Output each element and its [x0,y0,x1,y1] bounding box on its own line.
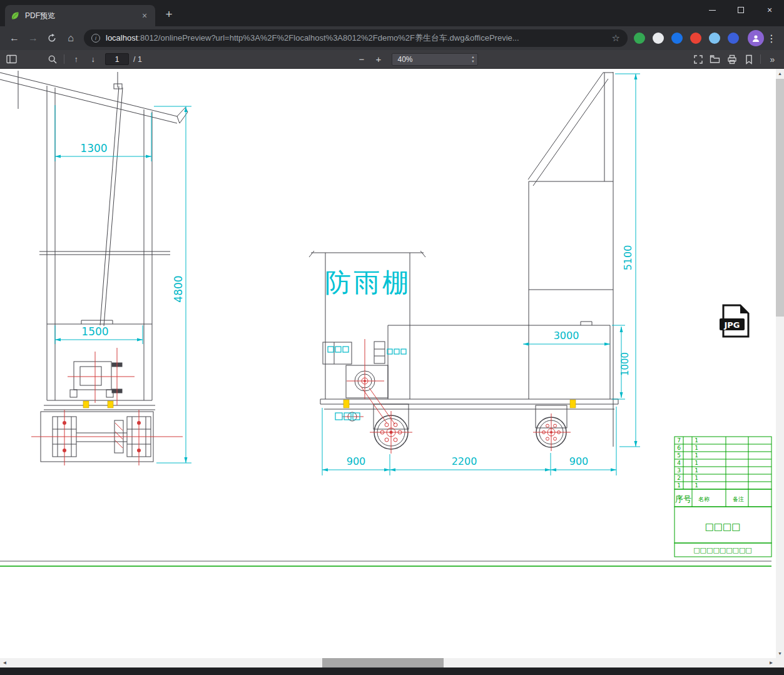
titleblock-cell: 1 [695,467,698,474]
title-bar: PDF预览 × + × [0,0,784,26]
zoom-select[interactable]: 40% ▴▾ [392,53,478,66]
browser-window: PDF预览 × + × ← → ⌂ i localhost:8012/onlin… [0,0,784,675]
tab-title: PDF预览 [25,11,134,21]
titleblock-cell: 1 [677,482,681,489]
extension-icon-4[interactable] [690,33,701,44]
titleblock-cell: 1 [695,452,698,459]
dim-label-1500: 1500 [81,325,108,338]
zoom-in-button[interactable]: + [370,52,387,67]
titleblock-header-name: 名称 [698,496,710,502]
open-file-button[interactable] [706,52,723,67]
horizontal-scrollbar-row: ◄ ► [0,658,784,667]
pdf-page: 1300 4800 1500 防雨棚 3000 1000 5100 900 22… [0,69,784,658]
cad-red-dots [63,380,552,452]
titleblock-title: □□□□ [705,521,741,532]
zoom-out-button[interactable]: − [353,52,370,67]
zoom-value: 40% [397,55,412,64]
titleblock-cell: 7 [677,437,681,444]
title-block-text: 7 6 5 4 3 2 1 1 1 1 1 1 1 1 序号 名称 备注 □□□… [675,437,752,554]
bookmark-icon [745,54,753,64]
window-controls: × [698,0,784,20]
sidebar-icon [6,54,17,64]
vertical-scrollbar-thumb[interactable] [776,79,784,317]
more-tools-button[interactable]: » [764,52,781,67]
bookmark-button[interactable] [740,52,757,67]
window-bottom-edge [0,667,784,675]
jpg-badge-label: JPG [723,320,740,330]
titleblock-header-remark: 备注 [733,496,744,502]
cad-drawing: 1300 4800 1500 防雨棚 3000 1000 5100 900 22… [0,69,776,658]
dim-label-1300: 1300 [80,142,107,155]
titleblock-cell: 1 [695,475,698,481]
bookmark-star-icon[interactable]: ☆ [612,33,620,44]
horizontal-scrollbar[interactable]: ◄ ► [0,658,776,667]
dim-label-5100: 5100 [622,245,634,271]
reload-icon [47,33,57,43]
minimize-button[interactable] [698,0,726,20]
dim-label-4800: 4800 [172,275,185,302]
site-info-icon[interactable]: i [91,34,100,43]
new-tab-button[interactable]: + [161,8,176,21]
zoom-spinner-icon: ▴▾ [472,55,475,64]
vertical-scrollbar[interactable]: ▲ ▼ [776,69,784,658]
titleblock-cell: 6 [677,445,681,451]
reload-button[interactable] [43,29,61,48]
home-button[interactable]: ⌂ [61,29,80,48]
extension-icon-3[interactable] [671,33,683,44]
titleblock-cell: 4 [677,460,681,466]
back-button[interactable]: ← [5,29,24,48]
pdf-right-tools: » [690,52,784,67]
print-button[interactable] [723,52,740,67]
extension-icon-5[interactable] [709,33,720,44]
extensions-area [634,33,739,44]
titleblock-footer: □□□□□□□□□ [693,546,752,554]
maximize-button[interactable] [726,0,755,20]
address-bar: ← → ⌂ i localhost:8012/onlinePreview?url… [0,26,784,50]
scroll-up-icon[interactable]: ▲ [776,69,784,78]
canopy-label: 防雨棚 [325,267,411,298]
extension-icon-1[interactable] [634,33,645,44]
find-button[interactable] [44,52,61,67]
page-count-label: / 1 [133,55,142,64]
scroll-down-icon[interactable]: ▼ [776,649,784,658]
forward-button[interactable]: → [24,29,43,48]
titleblock-cell: 2 [677,475,681,481]
scroll-right-icon[interactable]: ► [766,658,776,667]
dim-label-2200: 2200 [452,455,477,467]
page-number-input[interactable] [105,53,129,65]
url-text[interactable]: localhost:8012/onlinePreview?url=http%3A… [106,33,607,44]
cad-structure-lines [0,71,771,561]
previous-page-button[interactable]: ↑ [68,52,84,67]
dim-label-1000: 1000 [619,352,631,376]
next-page-button[interactable]: ↓ [84,52,101,67]
titleblock-cell: 5 [677,452,681,459]
url-path: :8012/onlinePreview?url=http%3A%2F%2Floc… [138,33,519,43]
open-folder-icon [710,54,720,64]
fullscreen-icon [693,54,703,64]
titleblock-cell: 3 [677,467,681,474]
browser-menu-icon[interactable]: ⋮ [764,33,779,44]
dim-label-900-left: 900 [347,455,366,467]
sidebar-toggle-button[interactable] [3,52,20,67]
search-icon [48,54,58,64]
scrollbar-corner [776,658,784,667]
scroll-left-icon[interactable]: ◄ [0,658,9,667]
printer-icon [727,54,737,64]
dim-label-3000: 3000 [554,330,579,342]
profile-avatar[interactable] [748,30,764,46]
titleblock-header-no: 序号 [675,494,691,504]
extension-icon-2[interactable] [653,33,664,44]
pdf-toolbar: ↑ ↓ / 1 − + 40% ▴▾ [0,50,784,69]
title-block-grid [0,437,771,566]
jpg-file-icon: JPG [720,305,748,337]
horizontal-scrollbar-thumb[interactable] [322,658,444,667]
browser-tab[interactable]: PDF预览 × [5,5,155,26]
tab-close-icon[interactable]: × [139,10,150,21]
omnibox[interactable]: i localhost:8012/onlinePreview?url=http%… [84,29,628,47]
presentation-mode-button[interactable] [690,52,706,67]
close-window-button[interactable]: × [755,0,784,20]
person-icon [751,34,760,43]
extension-icon-6[interactable] [728,33,739,44]
titleblock-cell: 1 [695,437,698,444]
titleblock-cell: 1 [695,445,698,451]
